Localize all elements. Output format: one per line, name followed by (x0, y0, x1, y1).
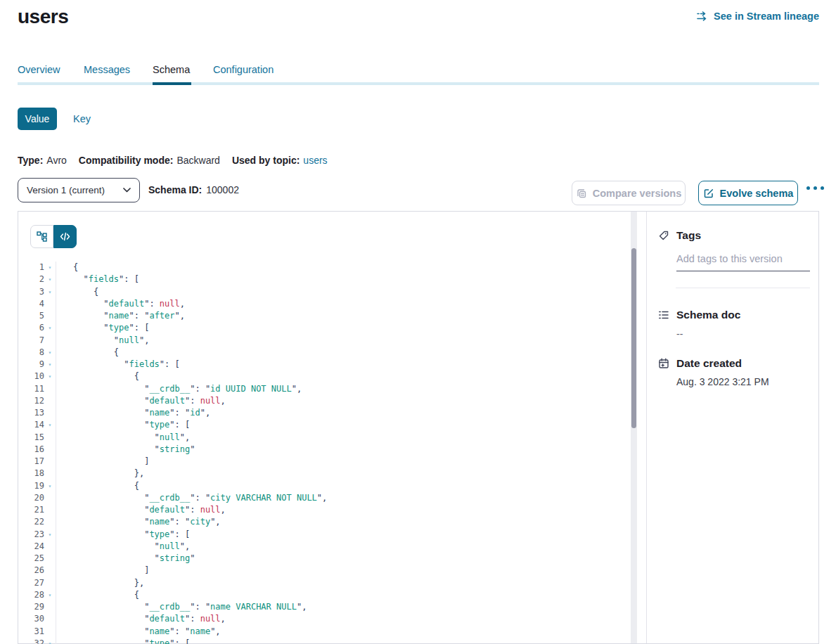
code-text: "string" (56, 444, 629, 456)
chevron-down-icon (123, 188, 131, 193)
code-line: 9▾ "fields": [ (18, 359, 629, 371)
line-number: 8 (18, 347, 44, 359)
tabs-underline (18, 82, 819, 85)
fold-arrow-icon[interactable]: ▾ (44, 589, 56, 601)
code-text: "default": null, (56, 613, 629, 625)
topic-link[interactable]: users (303, 155, 327, 166)
schema-meta-row: Type:Avro Compatibility mode:Backward Us… (18, 155, 328, 166)
compare-versions-button[interactable]: Compare versions (572, 181, 686, 205)
code-lines: 1▾{2▾ "fields": [3▾ {4 "default": null,5… (18, 262, 629, 644)
tags-section: Tags (676, 229, 811, 271)
see-in-stream-lineage-link[interactable]: See in Stream lineage (697, 11, 819, 22)
fold-arrow-icon[interactable]: ▾ (44, 638, 56, 644)
fold-arrow-icon[interactable]: ▾ (44, 529, 56, 541)
schema-id-value: 100002 (206, 184, 239, 195)
schema-id-label: Schema ID: (148, 184, 202, 195)
tab-configuration[interactable]: Configuration (213, 64, 274, 75)
editor-view-toggle (30, 225, 77, 248)
code-line: 27 }, (18, 577, 629, 589)
line-number: 27 (18, 577, 44, 589)
tab-overview[interactable]: Overview (18, 64, 60, 75)
code-text: { (56, 286, 629, 298)
list-icon (658, 309, 669, 321)
code-line: 7 "null", (18, 335, 629, 347)
calendar-icon (658, 358, 669, 369)
schema-page: users See in Stream lineage Overview Mes… (0, 0, 836, 644)
fold-arrow-icon[interactable]: ▾ (44, 359, 56, 371)
fold-gutter (44, 613, 56, 625)
line-number: 31 (18, 626, 44, 638)
fold-gutter (44, 456, 56, 468)
fold-arrow-icon[interactable]: ▾ (44, 371, 56, 382)
fold-arrow-icon[interactable]: ▾ (44, 262, 56, 273)
add-tags-input[interactable] (676, 253, 810, 271)
line-number: 28 (18, 589, 44, 601)
fold-gutter (44, 541, 56, 553)
date-created-section: Date created Aug. 3 2022 3:21 PM (676, 357, 811, 387)
code-text: "name": "city", (56, 516, 629, 528)
schema-doc-value: -- (676, 328, 811, 340)
code-line: 32▾ "type": [ (18, 638, 629, 644)
key-toggle-button[interactable]: Key (73, 113, 91, 124)
active-tab-indicator (153, 82, 191, 85)
version-select[interactable]: Version 1 (current) (18, 178, 140, 202)
code-line: 18 }, (18, 468, 629, 479)
code-line: 19▾ { (18, 480, 629, 492)
line-number: 25 (18, 553, 44, 565)
fold-arrow-icon[interactable]: ▾ (44, 273, 56, 285)
type-field: Type:Avro (18, 155, 67, 166)
stream-lineage-icon (697, 11, 709, 21)
schema-id-field: Schema ID:100002 (148, 184, 239, 195)
code-text: "__crdb__": "city VARCHAR NOT NULL", (56, 492, 629, 504)
line-number: 18 (18, 468, 44, 479)
value-toggle-button[interactable]: Value (18, 108, 57, 130)
tag-icon (658, 230, 669, 241)
line-number: 4 (18, 298, 44, 310)
fold-arrow-icon[interactable]: ▾ (44, 419, 56, 431)
line-number: 9 (18, 359, 44, 371)
editor-scrollbar-thumb[interactable] (631, 248, 636, 428)
code-text: "default": null, (56, 395, 629, 407)
code-line: 31 "name": "name", (18, 626, 629, 638)
code-line: 1▾{ (18, 262, 629, 273)
used-by-topic-field: Used by topic:users (232, 155, 328, 166)
more-options-button[interactable] (806, 186, 824, 190)
tree-view-button[interactable] (30, 225, 53, 248)
schema-doc-section: Schema doc -- (676, 309, 811, 340)
code-line: 17 ] (18, 456, 629, 468)
code-view-button[interactable] (53, 225, 77, 248)
line-number: 2 (18, 273, 44, 285)
line-number: 32 (18, 638, 44, 644)
code-text: { (56, 589, 629, 601)
fold-gutter (44, 626, 56, 638)
fold-arrow-icon[interactable]: ▾ (44, 322, 56, 334)
code-text: "null", (56, 541, 629, 553)
line-number: 15 (18, 432, 44, 444)
code-text: }, (56, 468, 629, 479)
code-line: 15 "null", (18, 432, 629, 444)
line-number: 29 (18, 601, 44, 613)
code-line: 3▾ { (18, 286, 629, 298)
tab-schema[interactable]: Schema (153, 64, 190, 75)
code-text: "type": [ (56, 322, 629, 334)
fold-arrow-icon[interactable]: ▾ (44, 286, 56, 298)
code-text: "type": [ (56, 419, 629, 431)
code-line: 29 "__crdb__": "name VARCHAR NULL", (18, 601, 629, 613)
fold-gutter (44, 432, 56, 444)
type-value: Avro (46, 155, 67, 166)
code-text: ] (56, 456, 629, 468)
fold-arrow-icon[interactable]: ▾ (44, 480, 56, 492)
fold-arrow-icon[interactable]: ▾ (44, 347, 56, 359)
line-number: 21 (18, 504, 44, 516)
tab-messages[interactable]: Messages (84, 64, 130, 75)
sidebar-divider (676, 288, 810, 288)
fold-gutter (44, 553, 56, 565)
line-number: 24 (18, 541, 44, 553)
code-line: 30 "default": null, (18, 613, 629, 625)
line-number: 23 (18, 529, 44, 541)
code-line: 12 "default": null, (18, 395, 629, 407)
code-text: "type": [ (56, 638, 629, 644)
code-line: 6▾ "type": [ (18, 322, 629, 334)
evolve-schema-button[interactable]: Evolve schema (698, 181, 798, 205)
line-number: 13 (18, 407, 44, 419)
